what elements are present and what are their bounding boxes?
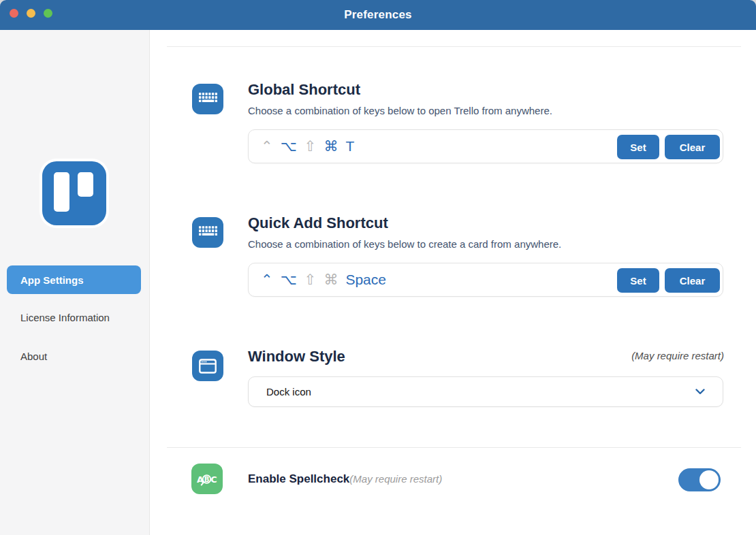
clear-button[interactable]: Clear <box>665 268 720 293</box>
set-button[interactable]: Set <box>617 268 659 293</box>
titlebar: Preferences <box>0 0 756 30</box>
section-title-quick-add-shortcut: Quick Add Shortcut <box>248 214 388 232</box>
traffic-lights <box>10 9 52 18</box>
shortcut-key-control: ⌃ <box>261 138 273 154</box>
section-title-window-style: Window Style <box>248 348 345 366</box>
sidebar-item-license-information[interactable]: License Information <box>20 312 110 323</box>
shortcut-key-shift: ⇧ <box>304 272 317 287</box>
shortcut-key-control: ⌃ <box>261 272 273 287</box>
set-button[interactable]: Set <box>617 135 659 159</box>
trello-logo-bar <box>54 172 69 212</box>
sidebar-item-app-settings[interactable]: App Settings <box>7 265 141 294</box>
window-style-dropdown[interactable]: Dock icon <box>248 376 723 407</box>
shortcut-keys: ⌃⌥⇧⌘Space <box>261 272 394 288</box>
spellcheck-icon: A B C <box>191 464 223 494</box>
shortcut-keys: ⌃⌥⇧⌘T <box>261 138 362 155</box>
shortcut-key-option: ⌥ <box>281 138 297 154</box>
spellcheck-toggle[interactable] <box>678 468 721 491</box>
toggle-knob <box>699 470 719 489</box>
quick-add-shortcut-field[interactable]: ⌃⌥⇧⌘Space Set Clear <box>248 263 723 297</box>
window-title: Preferences <box>344 8 412 22</box>
chevron-down-icon <box>695 389 705 395</box>
window-icon <box>192 351 223 381</box>
trello-logo-icon <box>42 161 106 225</box>
main-content: Global Shortcut Choose a combination of … <box>150 30 756 535</box>
restart-note: (May require restart) <box>631 350 724 361</box>
shortcut-key-shift: ⇧ <box>304 138 317 154</box>
divider <box>167 46 741 47</box>
sidebar: App Settings License Information About <box>0 30 150 535</box>
keyboard-icon <box>192 217 223 248</box>
close-button[interactable] <box>10 9 18 18</box>
restart-note: (May require restart) <box>349 473 442 485</box>
divider <box>167 447 741 448</box>
keyboard-icon <box>192 84 223 114</box>
svg-text:C: C <box>210 474 217 484</box>
sidebar-item-label: App Settings <box>20 274 84 286</box>
minimize-button[interactable] <box>27 9 35 18</box>
spellcheck-label: Enable Spellcheck <box>248 472 349 486</box>
shortcut-key-command: ⌘ <box>324 138 338 154</box>
section-description: Choose a combination of keys below to op… <box>248 105 552 116</box>
shortcut-key-command: ⌘ <box>324 272 338 287</box>
dropdown-selected-value: Dock icon <box>266 386 311 398</box>
zoom-button[interactable] <box>44 9 52 18</box>
clear-button[interactable]: Clear <box>665 135 720 159</box>
spellcheck-row: Enable Spellcheck (May require restart) <box>248 472 442 486</box>
sidebar-item-about[interactable]: About <box>20 351 47 362</box>
trello-logo-bar <box>78 172 93 197</box>
section-description: Choose a combination of keys below to cr… <box>248 238 561 250</box>
section-title-global-shortcut: Global Shortcut <box>248 81 360 99</box>
shortcut-key-space: Space <box>345 272 386 287</box>
shortcut-key-letter-t: T <box>345 138 354 154</box>
preferences-window: Preferences App Settings License Informa… <box>0 0 756 535</box>
global-shortcut-field[interactable]: ⌃⌥⇧⌘T Set Clear <box>248 129 723 163</box>
shortcut-key-option: ⌥ <box>281 272 297 287</box>
